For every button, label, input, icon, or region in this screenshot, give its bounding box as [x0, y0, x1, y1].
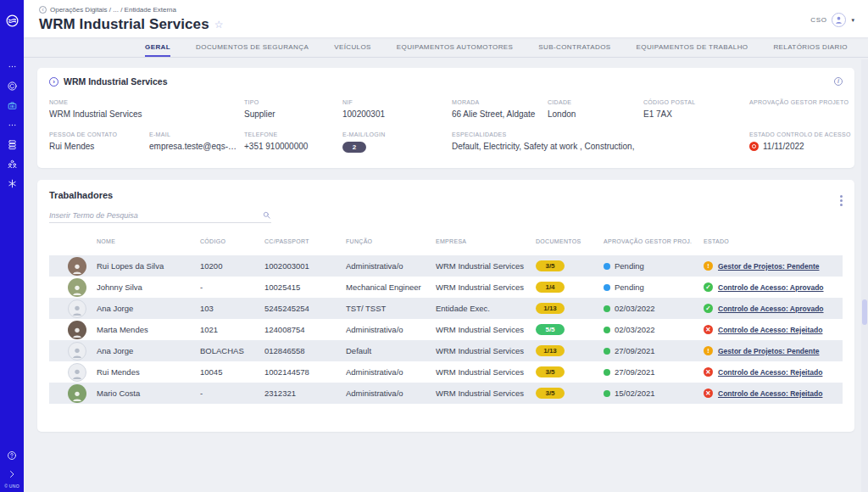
tab-5[interactable]: EQUIPAMENTOS DE TRABALHO: [637, 43, 748, 57]
documents-badge: 3/5: [536, 388, 565, 399]
worker-name: Johnny Silva: [97, 282, 200, 292]
table-row[interactable]: Rui Mendes 10045 1002144578 Administrati…: [49, 361, 843, 383]
approval-dot-icon: [604, 369, 610, 376]
worker-code: -: [200, 282, 264, 292]
worker-cc-passport: 1002003001: [264, 261, 346, 271]
documents-badge: 1/4: [536, 282, 565, 293]
worker-role: Default: [346, 346, 436, 355]
field-label: MORADA: [452, 99, 548, 105]
table-row[interactable]: Johnny Silva - 10025415 Mechanical Engin…: [49, 277, 843, 298]
breadcrumb-text[interactable]: Operações Digitais / ... / Entidade Exte…: [50, 6, 176, 14]
status-link[interactable]: Controlo de Acesso: Rejeitado: [718, 389, 822, 398]
status-link[interactable]: Controlo de Acesso: Aprovado: [718, 305, 824, 313]
entity-field: APROVAÇÃO GESTOR PROJETO: [749, 99, 849, 119]
worker-cc-passport: 1002144578: [264, 367, 346, 377]
worker-role: TST/ TSST: [346, 304, 436, 313]
approval-dot-icon: [604, 263, 610, 270]
search-icon[interactable]: [262, 210, 271, 220]
tab-6[interactable]: RELATÓRIOS DIARIO: [773, 43, 848, 57]
status-cell: ✕Controlo de Acesso: Rejeitado: [704, 367, 843, 377]
column-header: APROVAÇÃO GESTOR PROJ.: [604, 238, 704, 244]
field-label: CIDADE: [548, 99, 643, 105]
status-link[interactable]: Gestor de Projetos: Pendente: [718, 262, 820, 271]
field-label: APROVAÇÃO GESTOR PROJETO: [749, 99, 849, 105]
entity-field: TIPO Supplier: [244, 99, 342, 119]
table-row[interactable]: Rui Lopes da Silva 10200 1002003001 Admi…: [49, 255, 843, 277]
approval-value: 02/03/2022: [615, 325, 655, 334]
sidebar-item-help[interactable]: [4, 449, 19, 461]
status-link[interactable]: Controlo de Acesso: Rejeitado: [718, 368, 822, 377]
tab-0[interactable]: GERAL: [145, 43, 170, 57]
field-value: empresa.teste@eqs-global.com: [149, 142, 244, 151]
field-label: CÓDIGO POSTAL: [643, 99, 749, 105]
sidebar-item-nav-modules[interactable]: [4, 177, 19, 190]
table-row[interactable]: Marta Mendes 1021 124008754 Administrati…: [49, 319, 843, 340]
sidebar-footer-text: © UNO: [4, 484, 19, 489]
sidebar-item-nav-brand-circle[interactable]: [4, 80, 19, 92]
status-link[interactable]: Gestor de Projetos: Pendente: [718, 347, 820, 355]
tab-2[interactable]: VEÍCULOS: [334, 43, 371, 57]
tab-4[interactable]: SUB-CONTRATADOS: [538, 43, 610, 57]
scrollbar-thumb[interactable]: [862, 299, 867, 325]
status-link[interactable]: Controlo de Acesso: Rejeitado: [718, 326, 822, 334]
info-icon[interactable]: i: [834, 77, 843, 86]
worker-name: Mario Costa: [97, 389, 200, 398]
search-input[interactable]: [49, 211, 262, 220]
documents-badge: 3/5: [536, 366, 565, 377]
approval-dot-icon: [604, 390, 610, 397]
status-cell: ✕Controlo de Acesso: Rejeitado: [704, 389, 843, 398]
field-value: 66 Alie Street, Aldgate: [452, 109, 535, 119]
rejected-status-icon: [749, 142, 759, 151]
tab-1[interactable]: DOCUMENTOS DE SEGURANÇA: [196, 43, 309, 57]
sidebar-item-nav-more-mid[interactable]: [4, 119, 19, 131]
more-options-icon[interactable]: [838, 193, 844, 208]
field-label: TELEFONE: [244, 131, 342, 137]
page-title: WRM Industrial Services: [39, 16, 209, 33]
worker-cc-passport: 012846558: [264, 346, 346, 355]
column-header: ESTADO: [704, 238, 843, 244]
column-header: DOCUMENTOS: [536, 238, 604, 244]
column-header: CÓDIGO: [200, 238, 264, 244]
entity-name: WRM Industrial Services: [64, 76, 168, 87]
sidebar-item-nav-more-top[interactable]: [4, 60, 19, 73]
access-control-status: 11/11/2022: [749, 142, 844, 151]
sidebar-item-nav-database[interactable]: [4, 138, 19, 151]
status-cell: !Gestor de Projetos: Pendente: [704, 261, 843, 271]
email-login-count-badge[interactable]: 2: [342, 142, 366, 153]
sidebar: © UNO: [0, 0, 24, 492]
field-value: Supplier: [244, 109, 275, 119]
column-header: EMPRESA: [436, 238, 536, 244]
approval-value: Pending: [615, 261, 644, 271]
entity-fields-row-1: NOME WRM Industrial Services TIPO Suppli…: [49, 99, 843, 119]
worker-company: Entidade Exec.: [436, 304, 536, 313]
favorite-star-icon[interactable]: ☆: [214, 19, 224, 31]
table-row[interactable]: Mario Costa - 2312321 Administrativa/o W…: [49, 383, 843, 404]
status-link[interactable]: Controlo de Acesso: Aprovado: [718, 283, 824, 292]
app-logo-icon[interactable]: [5, 14, 19, 31]
user-menu[interactable]: CSO ▾: [810, 13, 854, 27]
back-circle-icon[interactable]: ‹: [39, 6, 47, 14]
expand-section-icon[interactable]: ›: [49, 77, 58, 87]
worker-name: Rui Lopes da Silva: [97, 261, 200, 271]
user-avatar-icon[interactable]: [832, 13, 846, 27]
field-label: ESTADO CONTROLO DE ACESSO: [749, 131, 851, 137]
entity-fields-row-2: PESSOA DE CONTATO Rui Mendes E-MAIL empr…: [49, 131, 843, 153]
status-ok-icon: ✓: [704, 304, 713, 313]
tab-3[interactable]: EQUIPAMENTOS AUTOMOTORES: [397, 43, 513, 57]
sidebar-item-nav-people[interactable]: [4, 158, 19, 171]
worker-cc-passport: 124008754: [264, 325, 346, 334]
table-row[interactable]: Ana Jorge BOLACHAS 012846558 Default WRM…: [49, 340, 843, 361]
chevron-down-icon[interactable]: ▾: [851, 17, 854, 24]
worker-code: 103: [200, 304, 264, 313]
entity-field: CÓDIGO POSTAL E1 7AX: [643, 99, 749, 119]
worker-company: WRM Industrial Services: [436, 346, 536, 355]
breadcrumb[interactable]: ‹ Operações Digitais / ... / Entidade Ex…: [39, 6, 853, 14]
status-cell: ✕Controlo de Acesso: Rejeitado: [704, 325, 843, 334]
worker-role: Administrativa/o: [346, 367, 436, 377]
table-row[interactable]: Ana Jorge 103 5245245254 TST/ TSST Entid…: [49, 298, 843, 319]
field-value: Rui Mendes: [49, 142, 94, 151]
sidebar-item-expand-sidebar[interactable]: [4, 467, 19, 480]
sidebar-item-nav-entities[interactable]: [4, 99, 19, 112]
worker-cc-passport: 5245245254: [264, 304, 346, 313]
table-header-row: NOMECÓDIGOCC/PASSPORTFUNÇÃOEMPRESADOCUME…: [49, 235, 843, 255]
